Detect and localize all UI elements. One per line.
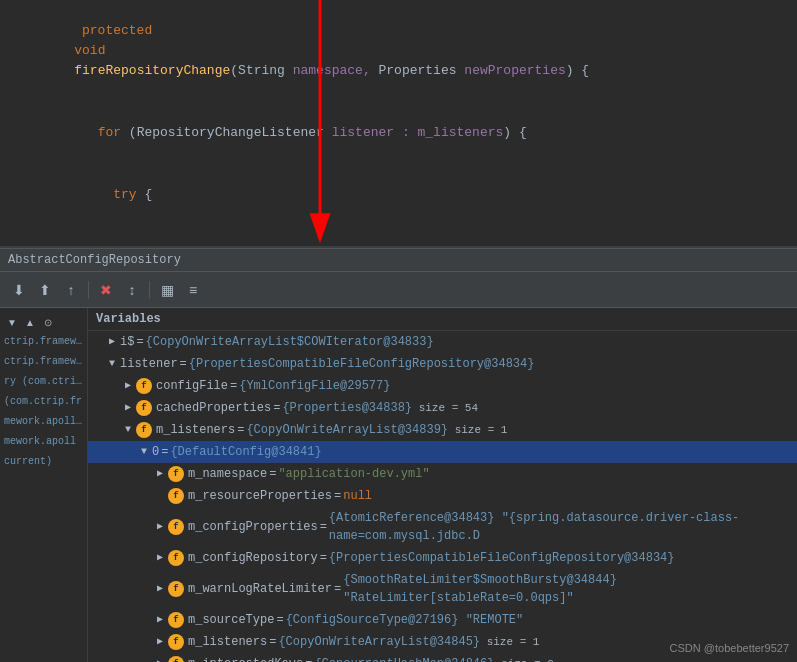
- var-row-mlisteners[interactable]: ▼ f m_listeners = {CopyOnWriteArrayList@…: [88, 419, 797, 441]
- step-into-mycode-button[interactable]: ↕: [121, 279, 143, 301]
- field-icon-msourcetype: f: [168, 612, 184, 628]
- var-row-0[interactable]: ▼ 0 = {DefaultConfig@34841}: [88, 441, 797, 463]
- field-icon-mwarnlog: f: [168, 581, 184, 597]
- field-icon-mlisteners2: f: [168, 634, 184, 650]
- var-row-minterestedkeys[interactable]: ▶ f m_interestedKeys = {ConcurrentHashMa…: [88, 653, 797, 662]
- field-icon-mlisteners: f: [136, 422, 152, 438]
- settings-button[interactable]: ≡: [182, 279, 204, 301]
- code-line-4: listener.onRepositoryChange(namespace, n…: [0, 226, 797, 248]
- method-fire: fireRepositoryChange: [74, 63, 230, 78]
- variables-header: Variables: [88, 308, 797, 331]
- code-line-1: protected void fireRepositoryChange(Stri…: [0, 0, 797, 102]
- field-icon-mconfigprops: f: [168, 519, 184, 535]
- sidebar-item-4[interactable]: (com.ctrip.fr: [0, 392, 87, 412]
- var-row-mnamespace[interactable]: ▶ f m_namespace = "application-dev.yml": [88, 463, 797, 485]
- debug-panel: ▼ ▲ ⊙ ctrip.framework. ctrip.framewor ry…: [0, 308, 797, 662]
- field-icon-cached: f: [136, 400, 152, 416]
- var-row-i[interactable]: ▶ i$ = {CopyOnWriteArrayList$COWIterator…: [88, 331, 797, 353]
- var-row-mconfigrepo[interactable]: ▶ f m_configRepository = {PropertiesComp…: [88, 547, 797, 569]
- step-into-button[interactable]: ↑: [60, 279, 82, 301]
- stop-button[interactable]: ✖: [95, 279, 117, 301]
- field-icon-mresourceprops: f: [168, 488, 184, 504]
- watermark: CSDN @tobebetter9527: [670, 642, 789, 654]
- sidebar-down-btn[interactable]: ▼: [4, 314, 20, 330]
- sidebar-item-2[interactable]: ctrip.framewor: [0, 352, 87, 372]
- debug-toolbar: ⬇ ⬆ ↑ ✖ ↕ ▦ ≡: [0, 272, 797, 308]
- sidebar-item-1[interactable]: ctrip.framework.: [0, 332, 87, 352]
- sidebar-item-5[interactable]: mework.apollo.: [0, 412, 87, 432]
- code-editor: protected void fireRepositoryChange(Stri…: [0, 0, 797, 248]
- var-row-configfile[interactable]: ▶ f configFile = {YmlConfigFile@29577}: [88, 375, 797, 397]
- class-bar: AbstractConfigRepository: [0, 248, 797, 272]
- class-name: AbstractConfigRepository: [8, 253, 181, 267]
- sidebar-item-3[interactable]: ry (com.ctrip.: [0, 372, 87, 392]
- code-line-2: for (RepositoryChangeListener listener :…: [0, 102, 797, 164]
- code-line-3: try {: [0, 164, 797, 226]
- var-row-msourcetype[interactable]: ▶ f m_sourceType = {ConfigSourceType@271…: [88, 609, 797, 631]
- field-icon-mnamespace: f: [168, 466, 184, 482]
- debug-sidebar: ▼ ▲ ⊙ ctrip.framework. ctrip.framewor ry…: [0, 308, 88, 662]
- toolbar-sep-1: [88, 281, 89, 299]
- field-icon-mintkeys: f: [168, 656, 184, 662]
- sidebar-item-7[interactable]: current): [0, 452, 87, 472]
- keyword-void: void: [74, 43, 105, 58]
- sidebar-up-btn[interactable]: ▲: [22, 314, 38, 330]
- sidebar-item-6[interactable]: mework.apoll: [0, 432, 87, 452]
- keyword-protected: protected: [82, 23, 152, 38]
- step-out-button[interactable]: ⬆: [34, 279, 56, 301]
- var-row-mconfigprops[interactable]: ▶ f m_configProperties = {AtomicReferenc…: [88, 507, 797, 547]
- var-row-mwarnlog[interactable]: ▶ f m_warnLogRateLimiter = {SmoothRateLi…: [88, 569, 797, 609]
- var-row-listener[interactable]: ▼ listener = {PropertiesCompatibleFileCo…: [88, 353, 797, 375]
- field-icon-configfile: f: [136, 378, 152, 394]
- toolbar-sep-2: [149, 281, 150, 299]
- sidebar-filter-btn[interactable]: ⊙: [40, 314, 56, 330]
- field-icon-mconfigrepo: f: [168, 550, 184, 566]
- step-over-button[interactable]: ⬇: [8, 279, 30, 301]
- var-row-mresourceprops[interactable]: ▶ f m_resourceProperties = null: [88, 485, 797, 507]
- show-exec-button[interactable]: ▦: [156, 279, 178, 301]
- var-row-cachedprops[interactable]: ▶ f cachedProperties = {Properties@34838…: [88, 397, 797, 419]
- variables-panel: Variables ▶ i$ = {CopyOnWriteArrayList$C…: [88, 308, 797, 662]
